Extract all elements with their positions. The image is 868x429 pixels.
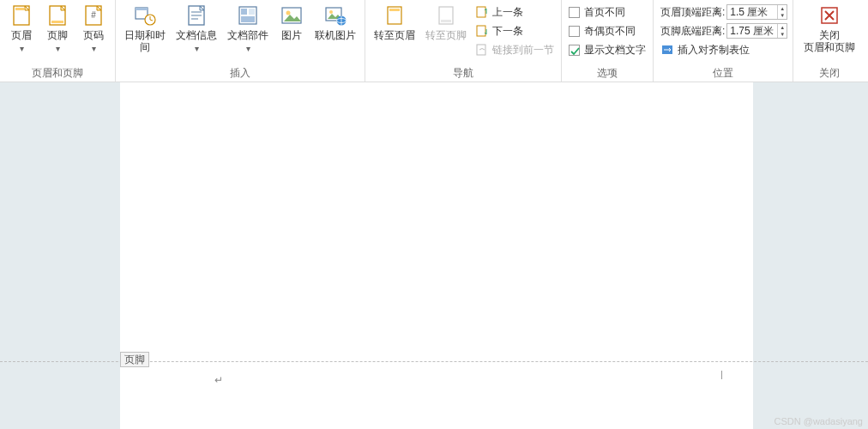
goto-header-button[interactable]: 转至页眉 <box>371 2 419 41</box>
goto-footer-icon <box>434 3 458 27</box>
group-label-headerfooter: 页眉和页脚 <box>5 64 110 82</box>
group-close: 关闭页眉和页脚 关闭 <box>793 0 865 82</box>
svg-rect-15 <box>249 9 255 15</box>
ribbon: 页眉 ▾ 页脚 ▾ # 页码 ▾ 页眉和页脚 日期和时间 <box>0 0 868 82</box>
previous-button[interactable]: 上一条 <box>473 3 556 21</box>
spinner-down[interactable]: ▼ <box>778 12 787 19</box>
header-top-distance-input[interactable]: 1.5 厘米 ▲▼ <box>726 4 787 20</box>
insert-align-tab-button[interactable]: 插入对齐制表位 <box>659 41 787 58</box>
previous-icon <box>475 5 489 19</box>
svg-text:#: # <box>91 10 96 20</box>
different-firstpage-checkbox[interactable]: 首页不同 <box>567 3 648 21</box>
footer-bottom-distance-input[interactable]: 1.75 厘米 ▲▼ <box>726 23 787 39</box>
footer-button[interactable]: 页脚 ▾ <box>41 2 74 53</box>
spinner-up[interactable]: ▲ <box>778 24 787 31</box>
right-margin-mark <box>721 371 722 379</box>
svg-rect-27 <box>441 20 451 22</box>
link-icon <box>475 43 489 57</box>
group-label-insert: 插入 <box>121 64 359 82</box>
svg-rect-14 <box>241 9 247 15</box>
date-time-button[interactable]: 日期和时间 <box>121 2 169 53</box>
checkbox-icon <box>569 26 580 37</box>
different-oddeven-checkbox[interactable]: 奇偶页不同 <box>567 22 648 39</box>
document-area[interactable]: 页脚 ↵ CSDN @wadasiyang <box>0 82 868 429</box>
gutter-left <box>0 82 120 429</box>
close-headerfooter-button[interactable]: 关闭页眉和页脚 <box>799 2 860 53</box>
group-navigation: 转至页眉 转至页脚 上一条 下一条 链接到前一节 <box>365 0 562 82</box>
group-options: 首页不同 奇偶页不同 显示文档文字 选项 <box>562 0 654 82</box>
group-label-position: 位置 <box>659 64 787 82</box>
doc-part-button[interactable]: 文档部件 ▾ <box>224 2 272 53</box>
svg-rect-29 <box>477 26 485 36</box>
footer-bottom-distance-row: 页脚底端距离: 1.75 厘米 ▲▼ <box>659 22 787 39</box>
spinner-up[interactable]: ▲ <box>778 5 787 12</box>
chevron-down-icon: ▾ <box>20 45 24 53</box>
online-picture-icon <box>323 3 347 27</box>
next-button[interactable]: 下一条 <box>473 22 556 39</box>
chevron-down-icon: ▾ <box>246 45 250 53</box>
svg-rect-7 <box>136 8 148 10</box>
date-time-icon <box>133 3 157 27</box>
link-previous-button: 链接到前一节 <box>473 41 556 58</box>
footer-tag: 页脚 <box>120 352 149 367</box>
checkbox-checked-icon <box>569 45 580 56</box>
align-tab-icon <box>660 43 674 57</box>
paragraph-mark: ↵ <box>214 374 223 386</box>
chevron-down-icon: ▾ <box>92 45 96 53</box>
group-label-navigation: 导航 <box>371 64 556 82</box>
svg-rect-1 <box>15 8 24 10</box>
spinner-down[interactable]: ▼ <box>778 31 787 38</box>
chevron-down-icon: ▾ <box>195 45 199 53</box>
pagenumber-button[interactable]: # 页码 ▾ <box>77 2 110 53</box>
header-top-distance-row: 页眉顶端距离: 1.5 厘米 ▲▼ <box>659 3 787 21</box>
group-position: 页眉顶端距离: 1.5 厘米 ▲▼ 页脚底端距离: 1.75 厘米 ▲▼ <box>654 0 793 82</box>
header-button[interactable]: 页眉 ▾ <box>5 2 38 53</box>
pagenumber-icon: # <box>81 3 105 27</box>
svg-rect-3 <box>51 21 63 23</box>
picture-button[interactable]: 图片 <box>275 2 308 41</box>
svg-rect-16 <box>241 16 255 22</box>
next-icon <box>475 24 489 38</box>
watermark: CSDN @wadasiyang <box>775 416 864 426</box>
chevron-down-icon: ▾ <box>56 45 60 53</box>
picture-icon <box>280 3 304 27</box>
svg-point-18 <box>286 11 291 15</box>
footer-icon <box>45 3 69 27</box>
svg-rect-25 <box>389 9 400 11</box>
gutter-right <box>753 82 868 429</box>
checkbox-icon <box>569 7 580 18</box>
group-insert: 日期和时间 文档信息 ▾ 文档部件 ▾ 图片 联机图片 插入 <box>116 0 365 82</box>
close-icon <box>817 3 841 27</box>
group-label-options: 选项 <box>567 64 648 82</box>
group-label-close: 关闭 <box>799 64 860 82</box>
svg-point-20 <box>329 10 333 14</box>
online-picture-button[interactable]: 联机图片 <box>311 2 359 41</box>
doc-info-button[interactable]: 文档信息 ▾ <box>172 2 220 53</box>
goto-footer-button: 转至页脚 <box>422 2 470 41</box>
doc-part-icon <box>236 3 260 27</box>
svg-rect-28 <box>477 7 485 17</box>
show-doctext-checkbox[interactable]: 显示文档文字 <box>567 41 648 58</box>
header-icon <box>9 3 33 27</box>
group-header-footer: 页眉 ▾ 页脚 ▾ # 页码 ▾ 页眉和页脚 <box>0 0 116 82</box>
doc-info-icon <box>184 3 208 27</box>
goto-header-icon <box>383 3 407 27</box>
